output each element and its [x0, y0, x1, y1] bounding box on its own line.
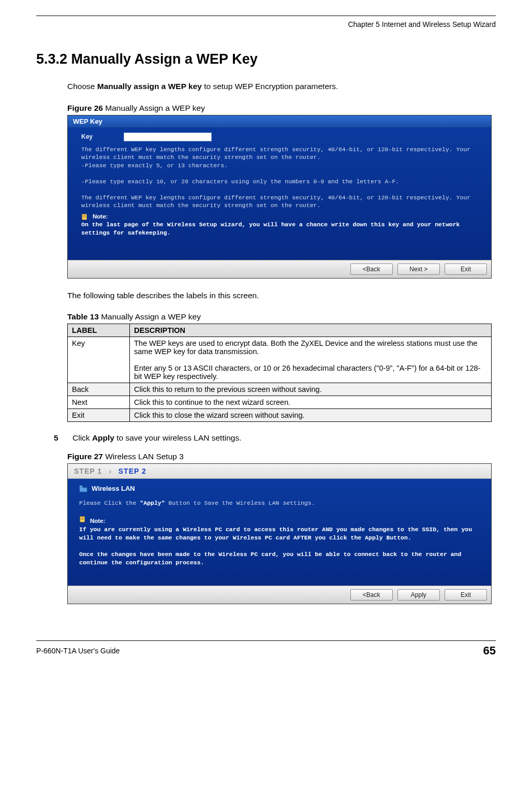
fig26-line1: The different WEP key lengths configure … [81, 145, 478, 162]
svg-rect-4 [80, 486, 82, 487]
table-row: Exit Click this to close the wizard scre… [68, 409, 492, 422]
fig26-note-label: Note: [93, 213, 108, 221]
fig26-note-text: On the last page of the Wireless Setup w… [81, 221, 478, 237]
svg-rect-1 [83, 215, 86, 215]
cell-desc: Click this to continue to the next wizar… [130, 396, 492, 409]
chevron-right-icon: › [109, 468, 111, 475]
figure27-label-bold: Figure 27 [67, 452, 103, 461]
table-intro: The following table describes the labels… [67, 290, 492, 301]
figure27-box: STEP 1 › STEP 2 Wireless LAN Please Clic… [67, 463, 492, 604]
wlan-title: Wireless LAN [92, 484, 135, 493]
figure27-label-rest: Wireless LAN Setup 3 [103, 452, 184, 461]
apply-button[interactable]: Apply [397, 589, 440, 601]
step-bold: Apply [92, 433, 114, 442]
table13-label-bold: Table 13 [67, 312, 99, 321]
fig27-line1a: Please Click the [79, 500, 140, 506]
wizard-step-header: STEP 1 › STEP 2 [68, 464, 491, 479]
cell-desc: The WEP keys are used to encrypt data. B… [130, 337, 492, 383]
page-number: 65 [483, 644, 496, 658]
cell-desc: Click this to return to the previous scr… [130, 383, 492, 396]
guide-title: P-660N-T1A User's Guide [36, 647, 120, 655]
back-button[interactable]: <Back [350, 589, 393, 601]
figure26-button-bar: <Back Next > Exit [68, 260, 491, 278]
table-header-row: LABEL DESCRIPTION [68, 324, 492, 337]
page-footer: P-660N-T1A User's Guide 65 [36, 640, 496, 658]
fig26-line2: -Please type exactly 5, or 13 characters… [81, 162, 478, 170]
intro-bold: Manually assign a WEP key [97, 82, 202, 91]
step-text: Click Apply to save your wireless LAN se… [72, 433, 241, 443]
fig27-note-text2: Once the changes have been made to the W… [79, 550, 480, 567]
figure27-body: Wireless LAN Please Click the "Apply" Bu… [68, 479, 491, 586]
cell-label: Back [68, 383, 130, 396]
wep-key-titlebar: WEP Key [68, 115, 491, 127]
svg-rect-3 [83, 217, 86, 217]
exit-button[interactable]: Exit [445, 264, 487, 275]
next-button[interactable]: Next > [397, 264, 440, 275]
table-row: Back Click this to return to the previou… [68, 383, 492, 396]
fig27-line1b: "Apply" [140, 500, 165, 506]
folder-icon [79, 485, 87, 492]
cell-label: Exit [68, 409, 130, 422]
fig26-line4: The different WEP key lengths configure … [81, 194, 478, 210]
th-label: LABEL [68, 324, 130, 337]
figure26-label: Figure 26 Manually Assign a WEP key [67, 104, 492, 113]
fig26-line3: -Please type exactly 10, or 26 character… [81, 178, 478, 186]
intro-suffix: to setup WEP Encryption parameters. [202, 82, 338, 91]
th-description: DESCRIPTION [130, 324, 492, 337]
step1-label: STEP 1 [74, 467, 102, 475]
exit-button[interactable]: Exit [445, 589, 487, 601]
svg-rect-6 [81, 517, 84, 518]
step-post: to save your wireless LAN settings. [114, 433, 242, 442]
back-button[interactable]: <Back [350, 264, 393, 275]
svg-rect-8 [81, 519, 84, 520]
step2-label: STEP 2 [119, 467, 146, 475]
intro-paragraph: Choose Manually assign a WEP key to setu… [67, 81, 492, 92]
cell-label: Next [68, 396, 130, 409]
fig27-line1: Please Click the "Apply" Button to Save … [79, 499, 480, 507]
cell-desc-p2: Enter any 5 or 13 ASCII characters, or 1… [134, 364, 480, 381]
figure26-box: WEP Key Key The different WEP key length… [67, 115, 492, 279]
step-5: 5 Click Apply to save your wireless LAN … [54, 433, 496, 443]
intro-prefix: Choose [67, 82, 97, 91]
table-row: Next Click this to continue to the next … [68, 396, 492, 409]
figure26-body: Key The different WEP key lengths config… [68, 127, 491, 260]
fig27-note-label: Note: [90, 518, 105, 524]
table13-label: Table 13 Manually Assign a WEP key [67, 312, 492, 322]
cell-desc-p1: The WEP keys are used to encrypt data. B… [134, 339, 477, 356]
table13: LABEL DESCRIPTION Key The WEP keys are u… [67, 324, 492, 422]
fig27-note-text1: If you are currently using a Wireless PC… [79, 525, 480, 542]
note-icon [81, 213, 88, 221]
figure27-label: Figure 27 Wireless LAN Setup 3 [67, 452, 492, 461]
figure26-label-rest: Manually Assign a WEP key [103, 104, 205, 112]
svg-rect-2 [83, 216, 86, 216]
fig27-line1c: Button to Save the Wireless LAN settings… [165, 500, 315, 506]
figure27-button-bar: <Back Apply Exit [68, 586, 491, 604]
chapter-title: Chapter 5 Internet and Wireless Setup Wi… [348, 20, 496, 28]
key-input[interactable] [124, 133, 212, 141]
chapter-header: Chapter 5 Internet and Wireless Setup Wi… [36, 16, 496, 28]
step-number: 5 [54, 433, 65, 443]
cell-desc: Click this to close the wizard screen wi… [130, 409, 492, 422]
step-pre: Click [72, 433, 92, 442]
table-row: Key The WEP keys are used to encrypt dat… [68, 337, 492, 383]
svg-rect-7 [81, 518, 84, 519]
section-heading: 5.3.2 Manually Assign a WEP Key [36, 51, 496, 67]
figure26-label-bold: Figure 26 [67, 104, 103, 112]
key-label: Key [81, 133, 93, 141]
note-icon [79, 516, 86, 523]
cell-label: Key [68, 337, 130, 383]
table13-label-rest: Manually Assign a WEP key [99, 312, 201, 321]
